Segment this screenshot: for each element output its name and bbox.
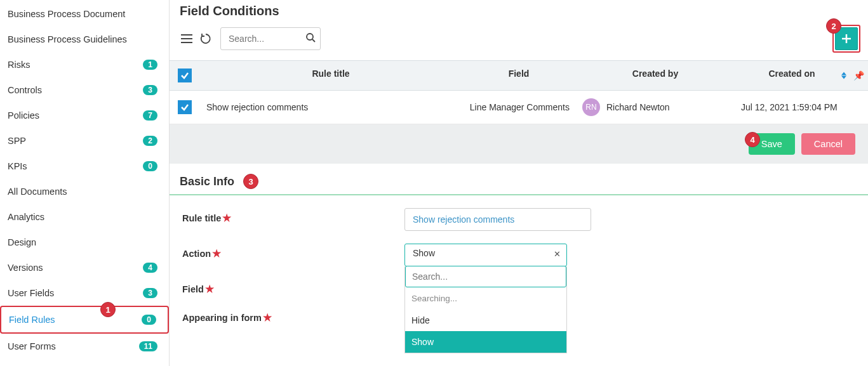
check-icon [180, 71, 189, 80]
clear-button[interactable]: ✕ [554, 249, 561, 259]
badge: 11 [139, 341, 157, 351]
action-bar: 4 Save Cancel [170, 124, 868, 164]
badge: 4 [143, 263, 157, 273]
dropdown-status: Searching... [405, 287, 566, 310]
cell-rule-title: Show rejection comments [200, 95, 462, 120]
sort-indicator [841, 72, 846, 79]
badge: 0 [142, 315, 156, 325]
sidebar-item-updatelog[interactable]: Update Log [0, 359, 169, 366]
callout-2: 2 [826, 18, 841, 34]
sort-asc-icon [841, 72, 846, 75]
sidebar-item-versions[interactable]: Versions4 [0, 255, 169, 280]
refresh-button[interactable] [196, 29, 215, 48]
menu-button[interactable] [177, 30, 196, 47]
dropdown-option-hide[interactable]: Hide [405, 310, 566, 331]
dropdown-search-input[interactable] [405, 266, 566, 287]
main-panel: Field Conditions 2 [170, 0, 868, 366]
select-action[interactable]: Show ✕ Searching... Hide Show [404, 244, 567, 266]
cell-field: Line Manager Comments [462, 95, 576, 120]
sidebar-item-bpd[interactable]: Business Process Document [0, 1, 169, 27]
page-header: Field Conditions [170, 0, 868, 21]
cell-created-on: Jul 12, 2021 1:59:04 PM [735, 95, 849, 120]
sidebar-item-spp[interactable]: SPP2 [0, 128, 169, 154]
label-appearing: Appearing in form★ [182, 308, 404, 324]
sidebar-item-risks[interactable]: Risks1 [0, 52, 169, 77]
cell-created-by: RN Richard Newton [576, 91, 735, 124]
badge: 1 [143, 60, 157, 70]
table-row[interactable]: Show rejection comments Line Manager Com… [170, 91, 868, 124]
refresh-icon [200, 33, 211, 44]
basic-info-title: Basic Info [180, 175, 234, 188]
form: Rule title★ Action★ Show ✕ Searching... … [170, 195, 868, 349]
header-rule-title[interactable]: Rule title [200, 61, 462, 90]
badge: 2 [143, 136, 157, 146]
input-rule-title[interactable] [404, 208, 591, 231]
hamburger-icon [181, 34, 192, 43]
sidebar-item-analytics[interactable]: Analytics [0, 204, 169, 230]
header-pin[interactable]: 📌 [849, 61, 868, 90]
header-created-by[interactable]: Created by [576, 61, 735, 90]
badge: 3 [143, 288, 157, 298]
badge: 7 [143, 110, 157, 121]
row-checkbox[interactable] [178, 100, 192, 114]
search-box [220, 27, 321, 50]
table-header: Rule title Field Created by Created on 📌 [170, 60, 868, 91]
header-created-on[interactable]: Created on [735, 61, 849, 90]
pin-icon: 📌 [853, 70, 864, 81]
header-field[interactable]: Field [462, 61, 576, 90]
created-by-name: Richard Newton [606, 102, 670, 112]
check-icon [180, 103, 189, 112]
basic-info-header: Basic Info 3 [170, 164, 868, 195]
sidebar-item-userfields[interactable]: User Fields3 [0, 280, 169, 306]
select-action-value: Show [404, 244, 567, 266]
toolbar: 2 [170, 21, 868, 60]
dropdown-option-show[interactable]: Show [405, 331, 566, 353]
sidebar-item-userforms[interactable]: User Forms11 [0, 334, 169, 359]
sidebar-item-fieldrules[interactable]: 1 Field Rules0 [0, 306, 169, 334]
callout-3: 3 [243, 174, 258, 189]
sidebar-item-kpis[interactable]: KPIs0 [0, 154, 169, 179]
search-icon [305, 32, 316, 42]
sidebar-item-bpg[interactable]: Business Process Guidelines [0, 27, 169, 52]
badge: 0 [143, 161, 157, 171]
sidebar-item-design[interactable]: Design [0, 230, 169, 255]
cancel-button[interactable]: Cancel [801, 133, 855, 155]
callout-4: 4 [745, 132, 760, 147]
table: Rule title Field Created by Created on 📌 [170, 60, 868, 124]
avatar: RN [582, 98, 600, 116]
svg-point-0 [307, 34, 313, 40]
badge: 3 [143, 85, 157, 95]
action-dropdown: Searching... Hide Show [404, 266, 567, 353]
label-rule-title: Rule title★ [182, 208, 404, 224]
sidebar-item-alldocs[interactable]: All Documents [0, 179, 169, 204]
sidebar-item-policies[interactable]: Policies7 [0, 103, 169, 128]
sort-desc-icon [841, 76, 846, 79]
sidebar-item-controls[interactable]: Controls3 [0, 77, 169, 103]
plus-icon [842, 34, 851, 43]
sidebar: Business Process Document Business Proce… [0, 0, 170, 366]
page-title: Field Conditions [180, 4, 858, 18]
header-checkbox-cell [170, 61, 200, 90]
select-all-checkbox[interactable] [178, 69, 192, 82]
label-field: Field★ [182, 279, 404, 295]
callout-1: 1 [100, 302, 116, 317]
label-action: Action★ [182, 244, 404, 259]
